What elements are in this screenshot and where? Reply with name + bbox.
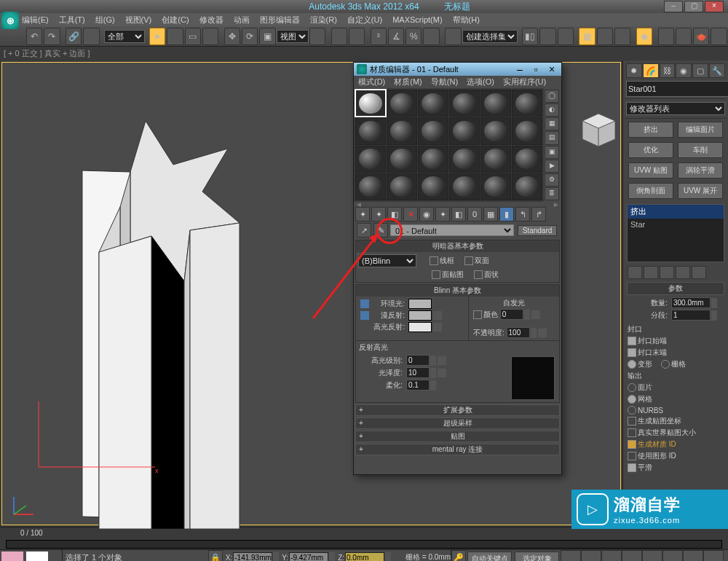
btn-uvwunwrap[interactable]: UVW 展开 [678,183,723,199]
stack-item-extrude[interactable]: 挤出 [628,205,724,219]
layers-button[interactable] [558,28,574,45]
sample-slot[interactable] [387,173,417,200]
me-menu-material[interactable]: 材质(M) [394,76,422,87]
rotate-button[interactable]: ⟳ [242,28,258,45]
me-matid-button[interactable]: 0 [467,207,482,221]
input-amount[interactable]: 300.0mm [671,297,711,308]
rendered-frame-button[interactable] [676,28,692,45]
sample-slot[interactable] [512,173,542,200]
btn-bevel[interactable]: 倒角剖面 [628,183,673,199]
specular-swatch[interactable] [408,322,432,332]
me-reset-button[interactable]: ✕ [403,207,418,221]
input-speclevel[interactable]: 0 [406,355,430,366]
radio-nurbs[interactable] [628,406,636,415]
ambient-swatch[interactable] [408,299,432,309]
me-showend-button[interactable]: ▮ [499,207,514,221]
rollout-supersample[interactable]: 超级采样 [355,417,560,429]
chk-si-color[interactable] [473,310,482,319]
undo-button[interactable]: ↶ [26,28,42,45]
render-button[interactable]: 🫖 [693,28,709,45]
angle-snap-button[interactable]: ∡ [388,28,404,45]
me-max-button[interactable]: ▫ [529,63,542,75]
tab-utilities[interactable]: 🔧 [709,63,725,78]
btn-optimize[interactable]: 优化 [628,142,673,158]
unlink-button[interactable] [83,28,99,45]
si-map-button[interactable] [531,310,540,319]
tab-create[interactable]: ✹ [626,63,642,78]
viewcube-icon[interactable] [579,110,619,150]
material-editor-button[interactable]: ◉ [636,28,652,45]
material-name-input[interactable]: 01 - Default [390,224,514,236]
filter-select[interactable]: 全部 [104,30,144,43]
chk-facemap[interactable] [432,270,440,279]
sample-slot[interactable] [480,90,511,117]
me-menu-nav[interactable]: 导航(N) [431,76,458,87]
me-backlight-button[interactable]: ◐ [545,103,559,117]
me-pickmaterial-button[interactable]: ➚ [357,223,371,238]
sample-slot[interactable] [449,117,480,144]
me-gotosibling-button[interactable]: ↱ [531,207,546,221]
chk-genids[interactable] [628,440,636,449]
shader-basic-rollout[interactable]: 明暗器基本参数 [356,240,559,252]
selection-set[interactable]: 创建选择集 [462,30,518,43]
diffuse-swatch[interactable] [408,310,432,321]
sample-slot[interactable] [449,146,480,173]
diffuse-map-button[interactable] [433,311,442,320]
me-puttolib-button[interactable]: ◧ [451,207,466,221]
btn-lathe[interactable]: 车削 [678,142,723,158]
sample-slot[interactable] [480,117,511,144]
chk-capend[interactable] [628,348,636,357]
input-gloss[interactable]: 10 [406,367,430,378]
sample-slot[interactable] [355,117,386,144]
sample-slot[interactable] [418,173,448,200]
sample-slot[interactable] [387,90,417,117]
me-makecopy-button[interactable]: ◉ [419,207,434,221]
rollout-params[interactable]: 参数 [627,282,724,295]
me-eyedropper-button[interactable]: ✎ [373,223,388,238]
sample-slot[interactable] [449,173,480,200]
spinner-speclevel[interactable] [430,356,436,366]
me-putmaterial-button[interactable]: ✦ [371,207,386,221]
menu-tools[interactable]: 工具(T) [59,15,85,26]
pct-snap-button[interactable]: % [405,28,422,45]
me-close-button[interactable]: × [545,63,558,75]
btn-uvwmap[interactable]: UVW 贴图 [628,162,673,178]
mirror-button[interactable]: ▮▯ [522,28,538,45]
spinner-opacity[interactable] [531,328,537,338]
spinner-segs[interactable] [711,310,717,321]
sample-slot[interactable] [480,173,511,200]
sample-slot[interactable] [512,146,542,173]
btn-turbo[interactable]: 涡轮平滑 [678,162,723,178]
goto-end-button[interactable] [642,550,662,561]
rollout-maps[interactable]: 贴图 [355,431,560,442]
align-button[interactable] [539,28,555,45]
select-button[interactable]: ➤ [149,28,165,45]
menu-create[interactable]: 创建(C) [162,15,189,26]
btn-extrude[interactable]: 挤出 [628,122,673,138]
script-listener-button[interactable] [26,552,48,561]
menu-render[interactable]: 渲染(R) [310,15,337,26]
select-name-button[interactable] [167,28,183,45]
input-si-amount[interactable]: 0 [500,309,523,320]
me-min-button[interactable]: – [513,63,526,75]
spinner-snap-button[interactable] [423,28,439,45]
opacity-map-button[interactable] [538,329,547,337]
btn-editpatch[interactable]: 编辑面片 [678,122,723,138]
select-rect-button[interactable]: ▭ [185,28,201,45]
autokey-button[interactable]: 自动关键点 [467,552,512,561]
stack-item-star[interactable]: Star [628,219,724,230]
me-gotoparent-button[interactable]: ↰ [515,207,530,221]
tab-display[interactable]: ▢ [692,63,708,78]
prev-frame-button[interactable] [581,550,601,561]
rollout-mentalray[interactable]: mental ray 连接 [355,444,560,455]
me-preview-button[interactable]: ▶ [545,160,559,173]
gloss-map-button[interactable] [438,369,446,377]
sample-slot[interactable] [512,90,542,117]
spinner-gloss[interactable] [430,368,436,378]
sample-slot[interactable] [355,146,386,173]
specular-map-button[interactable] [433,323,442,332]
chk-smooth[interactable] [628,463,636,472]
nav-zoom-button[interactable] [703,550,724,561]
spinner-amount[interactable] [711,298,717,308]
sample-slot[interactable] [480,146,511,173]
